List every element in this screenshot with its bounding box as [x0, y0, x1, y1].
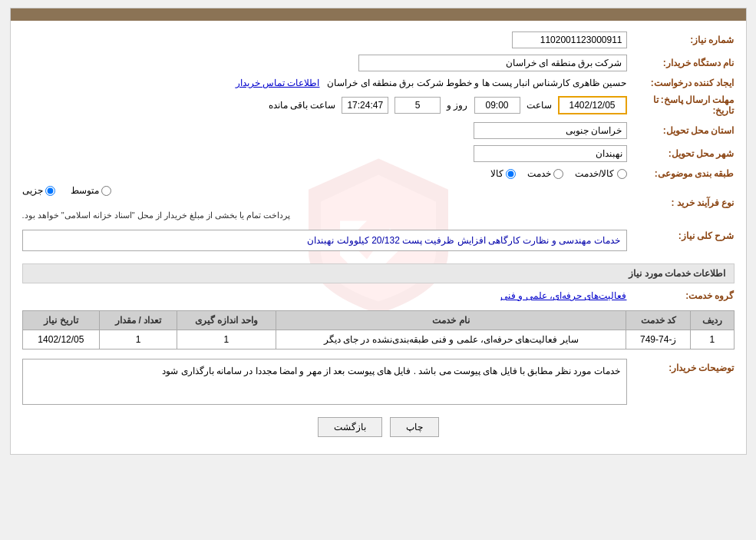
cell-code: ز-74-749 [626, 330, 691, 350]
content-area: شماره نیاز: 1102001123000911 نام دستگاه … [11, 21, 746, 454]
category-value-area: کالا/خدمت خدمت کالا [22, 168, 627, 179]
description-label: شرح کلی نیاز: [627, 227, 735, 241]
purchase-type-value-area: متوسط جزیی پرداخت تمام یا بخشی از مبلغ خ… [22, 185, 627, 220]
services-table: ردیف کد خدمت نام خدمت واحد اندازه گیری ت… [22, 310, 735, 350]
button-row: چاپ بازگشت [22, 417, 735, 437]
cell-name: سایر فعالیت‌های حرفه‌ای، علمی و فنی طبقه… [276, 330, 626, 350]
deadline-remaining: 17:24:47 [342, 97, 388, 114]
province-value: خراسان جنوبی [474, 122, 627, 139]
purchase-type-mota: متوسط [71, 185, 111, 196]
category-kala: کالا [490, 168, 516, 179]
category-label: طبقه بندی موضوعی: [627, 168, 735, 179]
col-count: تعداد / مقدار [100, 311, 177, 330]
deadline-label: مهلت ارسال پاسخ: تا تاریخ: [627, 94, 735, 116]
services-section-title: اطلاعات خدمات مورد نیاز [22, 263, 735, 283]
city-value-area: نهبندان [22, 145, 627, 162]
creator-row: ایجاد کننده درخواست: حسین ظاهری کارشناس … [22, 75, 735, 91]
buyer-description-row: توضیحات خریدار: خدمات مورد نظر مطابق با … [22, 356, 735, 408]
province-label: استان محل تحویل: [627, 125, 735, 136]
category-kala-label: کالا [490, 168, 503, 179]
deadline-days: 5 [395, 97, 441, 114]
buyer-org-value: شرکت برق منطقه ای خراسان [358, 55, 627, 71]
category-row: طبقه بندی موضوعی: کالا/خدمت خدمت [22, 165, 735, 182]
cell-unit: 1 [177, 330, 276, 350]
page-container: شماره نیاز: 1102001123000911 نام دستگاه … [10, 8, 747, 455]
need-number-label: شماره نیاز: [627, 35, 735, 45]
purchase-type-jozii: جزیی [22, 185, 55, 196]
col-unit: واحد اندازه گیری [177, 311, 276, 330]
city-value: نهبندان [474, 145, 627, 162]
service-group-value-area: فعالیت‌های حرفه‌ای، علمی و فنی [22, 290, 627, 301]
description-value: خدمات مهندسی و نظارت کارگاهی افزایش ظرفی… [22, 230, 627, 251]
creator-value-area: حسین ظاهری کارشناس انبار پست ها و خطوط ش… [22, 78, 627, 88]
creator-name: حسین ظاهری کارشناس انبار پست ها و خطوط ش… [327, 78, 626, 88]
category-kala-khadamat-label: کالا/خدمت [575, 168, 614, 179]
service-group-value[interactable]: فعالیت‌های حرفه‌ای، علمی و فنی [500, 290, 626, 301]
buyer-description-value-area: خدمات مورد نظر مطابق با فایل های پیوست م… [22, 359, 627, 405]
city-row: شهر محل تحویل: نهبندان [22, 142, 735, 165]
description-row: شرح کلی نیاز: خدمات مهندسی و نظارت کارگا… [22, 224, 735, 257]
deadline-day-label: روز و [447, 100, 467, 111]
category-khadamat-radio[interactable] [553, 169, 563, 179]
category-kala-khadamat: کالا/خدمت [575, 168, 626, 179]
service-group-row: گروه خدمت: فعالیت‌های حرفه‌ای، علمی و فن… [22, 287, 735, 304]
buyer-description-value: خدمات مورد نظر مطابق با فایل های پیوست م… [22, 359, 627, 405]
cell-count: 1 [100, 330, 177, 350]
need-number-row: شماره نیاز: 1102001123000911 [22, 28, 735, 51]
province-row: استان محل تحویل: خراسان جنوبی [22, 119, 735, 142]
cell-date: 1402/12/05 [22, 330, 100, 350]
buyer-org-row: نام دستگاه خریدار: شرکت برق منطقه ای خرا… [22, 51, 735, 75]
city-label: شهر محل تحویل: [627, 148, 735, 159]
deadline-time: 09:00 [474, 97, 520, 114]
category-khadamat: خدمت [527, 168, 563, 179]
main-content: شماره نیاز: 1102001123000911 نام دستگاه … [22, 28, 735, 437]
province-value-area: خراسان جنوبی [22, 122, 627, 139]
col-radif: ردیف [691, 311, 734, 330]
purchase-type-mota-label: متوسط [71, 185, 99, 196]
category-khadamat-label: خدمت [527, 168, 551, 179]
need-number-value: 1102001123000911 [512, 31, 627, 48]
col-code: کد خدمت [626, 311, 691, 330]
category-kala-khadamat-radio[interactable] [617, 169, 627, 179]
need-number-value-area: 1102001123000911 [22, 31, 627, 48]
deadline-remaining-label: ساعت باقی مانده [269, 100, 336, 111]
col-name: نام خدمت [276, 311, 626, 330]
creator-label: ایجاد کننده درخواست: [627, 78, 735, 88]
buyer-org-label: نام دستگاه خریدار: [627, 58, 735, 68]
back-button[interactable]: بازگشت [318, 417, 382, 437]
deadline-row: مهلت ارسال پاسخ: تا تاریخ: 1402/12/05 سا… [22, 91, 735, 119]
purchase-type-jozii-label: جزیی [22, 185, 43, 196]
deadline-date: 1402/12/05 [558, 96, 627, 114]
cell-radif: 1 [691, 330, 734, 350]
table-body: 1 ز-74-749 سایر فعالیت‌های حرفه‌ای، علمی… [22, 330, 734, 350]
table-header: ردیف کد خدمت نام خدمت واحد اندازه گیری ت… [22, 311, 734, 330]
description-value-area: خدمات مهندسی و نظارت کارگاهی افزایش ظرفی… [22, 227, 627, 254]
print-button[interactable]: چاپ [390, 417, 439, 437]
service-group-label: گروه خدمت: [627, 290, 735, 301]
contact-link[interactable]: اطلاعات تماس خریدار [236, 78, 320, 88]
deadline-value-area: 1402/12/05 ساعت 09:00 روز و 5 17:24:47 س… [22, 96, 627, 114]
buyer-org-value-area: شرکت برق منطقه ای خراسان [22, 55, 627, 71]
purchase-note: پرداخت تمام یا بخشی از مبلغ خریدار از مح… [22, 210, 291, 220]
purchase-type-row: نوع فرآیند خرید : متوسط جزیی [22, 182, 735, 224]
purchase-type-jozii-radio[interactable] [45, 186, 55, 196]
page-header [11, 8, 746, 21]
purchase-type-label: نوع فرآیند خرید : [627, 197, 735, 208]
table-row: 1 ز-74-749 سایر فعالیت‌های حرفه‌ای، علمی… [22, 330, 734, 350]
purchase-type-mota-radio[interactable] [101, 186, 111, 196]
deadline-time-label: ساعت [527, 100, 552, 111]
col-date: تاریخ نیاز [22, 311, 100, 330]
category-kala-radio[interactable] [506, 169, 516, 179]
buyer-description-label: توضیحات خریدار: [627, 359, 735, 373]
